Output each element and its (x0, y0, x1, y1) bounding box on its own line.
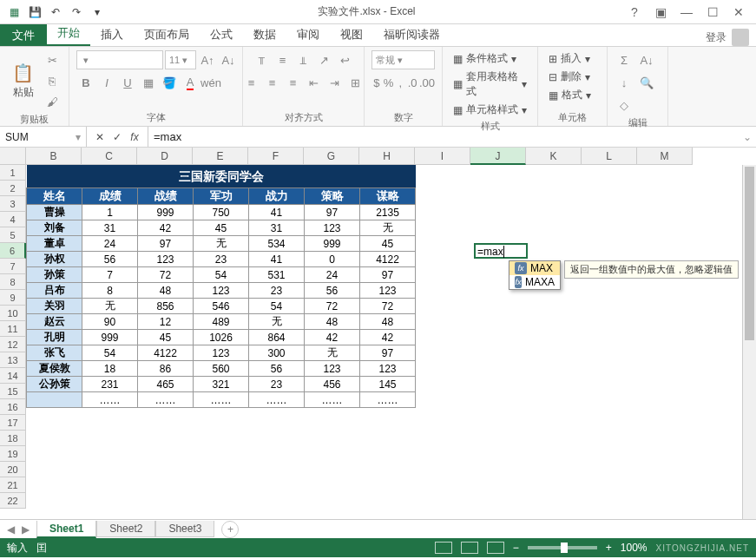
add-sheet-button[interactable]: + (221, 521, 239, 538)
table-cell[interactable]: 56 (82, 252, 138, 267)
table-cell[interactable]: 465 (138, 377, 194, 392)
zoom-slider[interactable] (528, 546, 597, 549)
page-layout-view-icon[interactable] (461, 542, 478, 554)
orientation-icon[interactable]: ↗ (315, 50, 334, 69)
paste-button[interactable]: 📋 粘贴 (7, 61, 39, 102)
table-cell[interactable]: 4122 (138, 345, 194, 361)
qat-dropdown-icon[interactable]: ▾ (89, 3, 106, 21)
table-cell[interactable]: 无 (360, 220, 416, 236)
align-right-icon[interactable]: ≡ (284, 73, 303, 92)
row-header[interactable]: 8 (0, 274, 26, 290)
tab-foxit[interactable]: 福昕阅读器 (373, 23, 450, 46)
excel-icon[interactable]: ▦ (5, 3, 23, 21)
table-cell[interactable]: 无 (82, 299, 138, 314)
tab-view[interactable]: 视图 (330, 23, 373, 46)
table-cell[interactable]: 0 (305, 252, 360, 267)
table-header[interactable]: 成绩 (82, 188, 138, 205)
tab-home[interactable]: 开始 (47, 22, 90, 46)
table-cell[interactable]: 42 (138, 220, 194, 236)
maximize-icon[interactable]: ☐ (700, 3, 725, 21)
table-cell[interactable]: 54 (194, 267, 249, 283)
active-cell[interactable]: =max (474, 243, 528, 259)
row-header[interactable]: 14 (0, 368, 26, 384)
tab-data[interactable]: 数据 (243, 23, 286, 46)
table-cell[interactable]: 123 (305, 220, 360, 236)
table-cell[interactable]: 97 (305, 205, 360, 220)
row-header[interactable]: 3 (0, 196, 26, 212)
help-icon[interactable]: ? (622, 3, 647, 21)
table-cell[interactable]: 赵云 (27, 314, 82, 330)
table-cell[interactable]: 24 (305, 267, 360, 283)
table-header[interactable]: 姓名 (27, 188, 82, 205)
table-cell[interactable]: 97 (360, 267, 416, 283)
avatar-icon[interactable] (732, 29, 749, 46)
table-cell[interactable]: 无 (194, 236, 249, 252)
table-cell[interactable]: 534 (249, 236, 305, 252)
table-cell[interactable]: 56 (249, 361, 305, 377)
table-cell[interactable]: 145 (360, 377, 416, 392)
column-header[interactable]: C (82, 148, 137, 165)
row-header[interactable]: 21 (0, 477, 26, 493)
align-left-icon[interactable]: ≡ (242, 73, 261, 92)
align-top-icon[interactable]: ⫪ (253, 50, 272, 69)
table-cell[interactable]: 72 (138, 267, 194, 283)
increase-font-icon[interactable]: A↑ (198, 50, 217, 69)
column-header[interactable]: L (582, 148, 637, 165)
table-cell[interactable]: 999 (305, 236, 360, 252)
table-cell[interactable]: 231 (82, 377, 138, 392)
table-cell[interactable]: 123 (194, 345, 249, 361)
row-header[interactable]: 4 (0, 212, 26, 227)
align-center-icon[interactable]: ≡ (263, 73, 282, 92)
table-cell[interactable]: 123 (360, 361, 416, 377)
table-cell[interactable]: 夏侯敦 (27, 361, 82, 377)
column-header[interactable]: M (637, 148, 693, 165)
border-icon[interactable]: ▦ (139, 73, 158, 92)
table-cell[interactable]: 123 (360, 283, 416, 299)
table-cell[interactable]: 999 (82, 330, 138, 345)
align-bottom-icon[interactable]: ⫫ (294, 50, 313, 69)
row-header[interactable]: 9 (0, 290, 26, 306)
table-cell[interactable]: 孙权 (27, 252, 82, 267)
table-cell[interactable]: 123 (305, 361, 360, 377)
table-cell[interactable]: 孔明 (27, 330, 82, 345)
table-cell[interactable]: 531 (249, 267, 305, 283)
table-cell[interactable]: 2135 (360, 205, 416, 220)
column-header[interactable]: B (26, 148, 82, 165)
cut-icon[interactable]: ✂ (43, 50, 62, 69)
table-cell[interactable]: 23 (194, 252, 249, 267)
table-cell[interactable]: 999 (138, 205, 194, 220)
table-cell[interactable]: 97 (138, 236, 194, 252)
close-icon[interactable]: ✕ (726, 3, 751, 21)
table-cell[interactable]: 31 (82, 220, 138, 236)
row-header[interactable]: 6 (0, 243, 26, 259)
table-header[interactable]: 战绩 (138, 188, 194, 205)
table-cell[interactable]: 546 (194, 299, 249, 314)
table-cell[interactable]: 1 (82, 205, 138, 220)
normal-view-icon[interactable] (435, 542, 452, 554)
decrease-indent-icon[interactable]: ⇤ (305, 73, 324, 92)
tab-formulas[interactable]: 公式 (200, 23, 243, 46)
table-header[interactable]: 战力 (249, 188, 305, 205)
table-cell[interactable]: 456 (305, 377, 360, 392)
table-cell[interactable]: …… (249, 392, 305, 408)
row-header[interactable]: 20 (0, 462, 26, 477)
row-header[interactable]: 12 (0, 337, 26, 352)
table-cell[interactable]: 856 (138, 299, 194, 314)
table-cell[interactable]: 23 (249, 283, 305, 299)
table-cell[interactable]: 公孙策 (27, 377, 82, 392)
table-header[interactable]: 谋略 (360, 188, 416, 205)
function-suggestion-max[interactable]: fxMAX (509, 261, 560, 275)
table-cell[interactable]: 489 (194, 314, 249, 330)
table-cell[interactable]: …… (82, 392, 138, 408)
cancel-formula-icon[interactable]: ✕ (92, 131, 108, 143)
column-header[interactable]: J (470, 148, 526, 165)
wrap-text-icon[interactable]: ↩ (336, 50, 355, 69)
table-cell[interactable]: 1026 (194, 330, 249, 345)
table-cell[interactable]: 刘备 (27, 220, 82, 236)
table-cell[interactable]: 12 (138, 314, 194, 330)
zoom-level[interactable]: 100% (621, 542, 648, 554)
table-cell[interactable]: 42 (305, 330, 360, 345)
tab-review[interactable]: 审阅 (286, 23, 330, 46)
row-header[interactable]: 16 (0, 399, 26, 415)
row-header[interactable]: 7 (0, 259, 26, 274)
